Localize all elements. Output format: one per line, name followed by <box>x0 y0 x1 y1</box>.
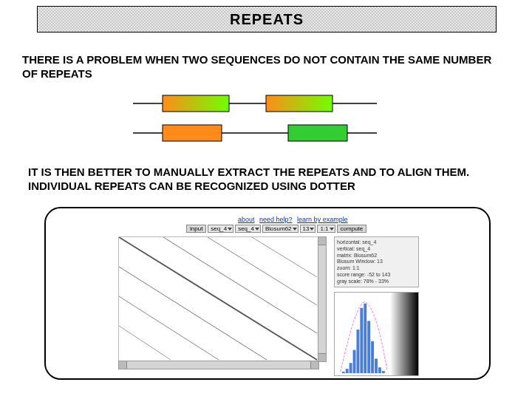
dotplot-scrollbar-h[interactable] <box>118 361 319 369</box>
compute-button[interactable]: compute <box>337 225 367 233</box>
input-button[interactable]: input <box>186 225 206 233</box>
title-text: REPEATS <box>230 11 304 28</box>
grayscale-gradient <box>390 293 418 375</box>
svg-line-1 <box>119 267 267 360</box>
info-line: horizontal: seq_4 <box>337 239 416 246</box>
info-line: matrix: Blosum62 <box>337 253 416 259</box>
dotplot-svg <box>119 237 318 361</box>
svg-line-5 <box>208 237 317 305</box>
dropdown-matrix[interactable]: Blosum62 <box>262 225 299 233</box>
paragraph-solution: IT IS THEN BETTER TO MANUALLY EXTRACT TH… <box>28 166 516 194</box>
seq2-block-green <box>288 125 347 141</box>
dotplot-scrollbar-v[interactable] <box>318 236 327 362</box>
dropdown-seq-h[interactable]: seq_4 <box>208 225 233 233</box>
svg-rect-18 <box>382 371 385 373</box>
svg-rect-15 <box>371 341 374 373</box>
sequence-diagram <box>133 92 399 151</box>
svg-rect-13 <box>364 304 366 373</box>
svg-rect-12 <box>360 308 363 373</box>
svg-line-2 <box>119 296 219 360</box>
link-about[interactable]: about <box>238 216 255 223</box>
dotter-help-links: about need help? learn by example <box>238 216 351 223</box>
dotter-window: about need help? learn by example input … <box>112 216 423 366</box>
title-banner: REPEATS <box>37 6 497 33</box>
seq2-block-orange <box>163 125 222 141</box>
svg-rect-8 <box>346 369 349 373</box>
svg-rect-9 <box>349 364 352 374</box>
svg-rect-10 <box>353 350 356 373</box>
info-line: score range: -52 to 143 <box>337 272 416 279</box>
svg-rect-7 <box>342 372 345 373</box>
paragraph-problem: THERE IS A PROBLEM WHEN TWO SEQUENCES DO… <box>22 53 510 81</box>
score-histogram <box>334 292 419 376</box>
info-line: vertical: seq_4 <box>337 246 416 253</box>
dotter-info-box: horizontal: seq_4 vertical: seq_4 matrix… <box>334 236 419 287</box>
svg-line-4 <box>163 237 317 333</box>
seq1-repeat-b <box>266 95 332 112</box>
link-learn[interactable]: learn by example <box>297 216 348 223</box>
info-line: gray scale: 78% - 33% <box>337 279 416 285</box>
info-line: Blosum Window: 13 <box>337 259 416 265</box>
dotter-side-panel: horizontal: seq_4 vertical: seq_4 matrix… <box>334 236 419 376</box>
dotplot-canvas <box>118 236 319 362</box>
svg-line-3 <box>119 326 171 360</box>
svg-rect-11 <box>356 330 359 373</box>
link-help[interactable]: need help? <box>259 216 293 223</box>
svg-rect-17 <box>378 367 381 373</box>
seq1-repeat-a <box>163 95 229 112</box>
info-line: zoom: 1:1 <box>337 265 416 272</box>
dropdown-zoom[interactable]: 1:1 <box>317 225 335 233</box>
dropdown-seq-v[interactable]: seq_4 <box>235 225 261 233</box>
svg-line-0 <box>119 237 317 360</box>
svg-rect-16 <box>375 359 378 374</box>
slide: REPEATS THERE IS A PROBLEM WHEN TWO SEQU… <box>0 0 532 399</box>
dotter-screenshot-panel: about need help? learn by example input … <box>44 207 491 380</box>
svg-rect-14 <box>367 321 370 374</box>
histogram-envelope <box>341 302 387 372</box>
dropdown-window[interactable]: 13 <box>300 225 316 233</box>
dotter-toolbar: input seq_4 seq_4 Blosum62 13 1:1 comput… <box>186 225 366 233</box>
